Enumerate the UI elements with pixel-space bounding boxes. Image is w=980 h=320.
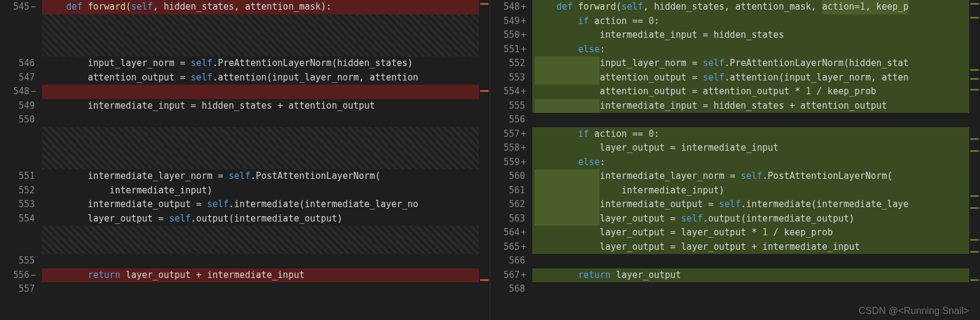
code-line[interactable]	[42, 226, 490, 240]
code-line[interactable]: if action == 0:	[532, 127, 980, 142]
line-number: 551+	[490, 43, 532, 57]
code-line[interactable]	[42, 85, 490, 99]
minimap-marker[interactable]	[970, 69, 979, 71]
minimap-marker[interactable]	[970, 195, 979, 197]
code-line[interactable]	[42, 113, 490, 127]
code-line[interactable]	[532, 254, 980, 268]
code-line[interactable]: input_layer_norm = self.PreAttentionLaye…	[532, 56, 980, 71]
line-gutter-right: 548+549+550+551+552553554+555556557+558+…	[490, 0, 532, 320]
minimap-marker[interactable]	[970, 239, 979, 241]
code-line[interactable]: intermediate_input = hidden_states + att…	[42, 99, 490, 113]
code-area-left[interactable]: def forward(self, hidden_states, attenti…	[42, 0, 490, 320]
code-line[interactable]: layer_output = self.output(intermediate_…	[532, 212, 980, 226]
minimap-marker[interactable]	[970, 251, 979, 253]
code-line[interactable]	[42, 240, 490, 255]
code-line[interactable]: intermediate_layer_norm = self.PostAtten…	[42, 169, 490, 184]
code-line[interactable]: def forward(self, hidden_states, attenti…	[42, 0, 490, 14]
code-line[interactable]	[42, 155, 490, 170]
code-line[interactable]	[42, 14, 490, 29]
line-number: 558+	[490, 141, 532, 155]
line-number	[0, 127, 42, 142]
code-line[interactable]: intermediate_output = self.intermediate(…	[532, 198, 980, 212]
line-number: 545−	[0, 0, 42, 14]
line-number: 557	[0, 282, 42, 297]
minimap-right[interactable]	[969, 0, 980, 320]
code-line[interactable]	[532, 113, 980, 127]
code-line[interactable]: intermediate_layer_norm = self.PostAtten…	[532, 169, 980, 184]
line-number: 549+	[490, 14, 532, 29]
line-number: 549	[0, 99, 42, 113]
minimap-marker[interactable]	[970, 279, 979, 281]
code-line[interactable]	[532, 282, 980, 297]
code-line[interactable]: layer_output = self.output(intermediate_…	[42, 212, 490, 226]
code-line[interactable]: else:	[532, 155, 980, 170]
line-number: 548−	[0, 85, 42, 99]
line-number: 557+	[490, 127, 532, 142]
code-line[interactable]	[42, 254, 490, 268]
watermark-text: CSDN @<Running Snail>	[859, 306, 969, 316]
code-line[interactable]: attention_output = self.attention(input_…	[532, 71, 980, 85]
minimap-marker[interactable]	[970, 78, 979, 80]
code-line[interactable]: input_layer_norm = self.PreAttentionLaye…	[42, 56, 490, 71]
minimap-marker[interactable]	[970, 89, 979, 91]
line-number: 568	[490, 282, 532, 297]
minimap-marker[interactable]	[970, 3, 979, 5]
line-number: 562	[490, 198, 532, 212]
line-gutter-left: 545−546547548−549550551552553554555556−5…	[0, 0, 42, 320]
code-line[interactable]: layer_output = intermediate_input	[532, 141, 980, 155]
line-number: 552	[490, 56, 532, 71]
code-line[interactable]	[42, 141, 490, 155]
code-line[interactable]: intermediate_input)	[42, 184, 490, 198]
line-number	[0, 155, 42, 170]
line-number: 556	[490, 113, 532, 127]
minimap-marker[interactable]	[970, 150, 979, 152]
code-line[interactable]: layer_output = layer_output * 1 / keep_p…	[532, 226, 980, 240]
line-number: 553	[490, 71, 532, 85]
code-line[interactable]: else:	[532, 43, 980, 57]
line-number: 555	[490, 99, 532, 113]
code-line[interactable]	[42, 28, 490, 43]
code-area-right[interactable]: def forward(self, hidden_states, attenti…	[532, 0, 980, 320]
line-number: 566	[490, 254, 532, 268]
minimap-marker[interactable]	[970, 207, 979, 209]
code-line[interactable]: if action == 0:	[532, 14, 980, 29]
line-number	[0, 141, 42, 155]
diff-view: 545−546547548−549550551552553554555556−5…	[0, 0, 980, 320]
line-number: 554	[0, 212, 42, 226]
line-number: 561	[490, 184, 532, 198]
line-number: 547	[0, 71, 42, 85]
code-line[interactable]	[42, 43, 490, 57]
code-line[interactable]: return layer_output + intermediate_input	[42, 268, 490, 283]
line-number	[0, 43, 42, 57]
line-number	[0, 226, 42, 240]
diff-pane-modified[interactable]: 548+549+550+551+552553554+555556557+558+…	[490, 0, 980, 320]
minimap-marker[interactable]	[970, 138, 979, 140]
line-number: 551	[0, 169, 42, 184]
code-line[interactable]: def forward(self, hidden_states, attenti…	[532, 0, 980, 14]
minimap-marker[interactable]	[480, 279, 488, 281]
line-number: 554+	[490, 85, 532, 99]
code-line[interactable]: intermediate_input = hidden_states + att…	[532, 99, 980, 113]
minimap-left[interactable]	[479, 0, 490, 320]
code-line[interactable]: attention_output = self.attention(input_…	[42, 71, 490, 85]
minimap-marker[interactable]	[970, 17, 979, 19]
line-number	[0, 28, 42, 43]
line-number: 556−	[0, 268, 42, 283]
code-line[interactable]: return layer_output	[532, 268, 980, 283]
line-number: 560	[490, 169, 532, 184]
code-line[interactable]: intermediate_input)	[532, 184, 980, 198]
code-line[interactable]: intermediate_input = hidden_states	[532, 28, 980, 43]
line-number: 546	[0, 56, 42, 71]
code-line[interactable]: attention_output = attention_output * 1 …	[532, 85, 980, 99]
code-line[interactable]	[42, 127, 490, 142]
line-number: 563	[490, 212, 532, 226]
line-number: 548+	[490, 0, 532, 14]
code-line[interactable]: intermediate_output = self.intermediate(…	[42, 198, 490, 212]
diff-pane-original[interactable]: 545−546547548−549550551552553554555556−5…	[0, 0, 490, 320]
line-number: 550	[0, 113, 42, 127]
line-number: 567+	[490, 268, 532, 283]
minimap-marker[interactable]	[480, 90, 488, 92]
code-line[interactable]: layer_output = layer_output + intermedia…	[532, 240, 980, 255]
minimap-marker[interactable]	[480, 3, 488, 5]
code-line[interactable]	[42, 282, 490, 297]
